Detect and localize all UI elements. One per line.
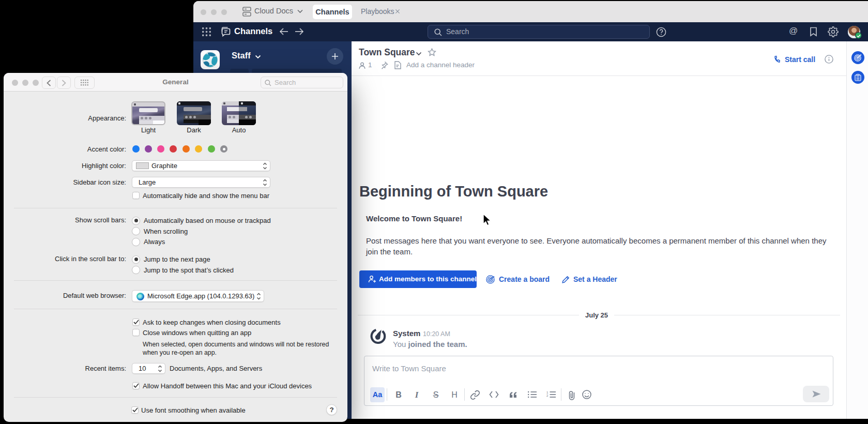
svg-text:2: 2 <box>546 394 549 397</box>
